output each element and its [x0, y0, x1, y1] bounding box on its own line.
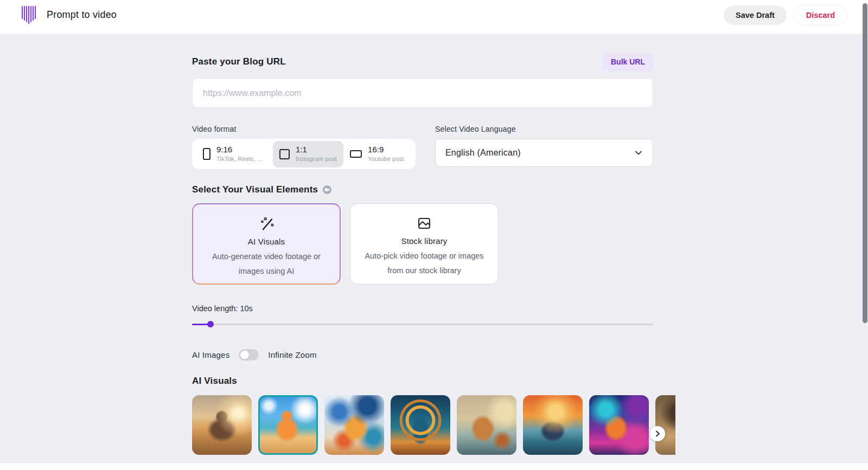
format-subtitle: Instagram post [296, 155, 337, 163]
format-subtitle: TikTok, Reels, Youtu... [216, 155, 266, 163]
style-carousel: 3D Model Anime Artstyle Abstract ... Art… [192, 395, 675, 469]
language-label: Select Video Language [435, 125, 653, 133]
style-item-art-deco: Artstyle Art Deco [391, 395, 450, 469]
blog-url-heading: Paste your Blog URL [192, 56, 286, 67]
style-thumbnail[interactable] [589, 395, 649, 455]
image-mode-row: AI Images Infinite Zoom [192, 349, 653, 360]
format-ratio: 9:16 [216, 145, 266, 155]
slider-track[interactable] [192, 324, 653, 325]
ai-visuals-heading: AI Visuals [192, 376, 653, 387]
square-frame-icon [279, 149, 290, 159]
blog-url-input[interactable] [192, 78, 653, 108]
chevron-right-icon [654, 430, 661, 437]
info-video-icon[interactable] [323, 185, 331, 194]
style-thumbnail[interactable] [523, 395, 583, 455]
page-title: Prompt to video [47, 9, 117, 21]
style-thumbnail-selected[interactable] [258, 395, 318, 455]
format-option-16-9[interactable]: 16:9 Youtube post [343, 141, 411, 168]
language-select[interactable]: English (American) [435, 139, 653, 167]
portrait-frame-icon [203, 148, 210, 160]
format-subtitle: Youtube post [368, 155, 404, 163]
stock-library-card-description: Auto-pick video footage or images from o… [359, 249, 490, 278]
style-thumbnail[interactable] [192, 395, 252, 455]
app-logo-icon [21, 5, 37, 25]
style-item-psychedelic: Artstyle Psychede... [589, 395, 649, 469]
ai-images-label: AI Images [192, 350, 229, 359]
video-format-label: Video format [192, 125, 416, 133]
next-section-edge [0, 463, 868, 470]
visual-elements-heading: Select Your Visual Elements [192, 184, 318, 195]
stock-library-card[interactable]: Stock library Auto-pick video footage or… [350, 203, 499, 285]
infinite-zoom-toggle[interactable] [239, 349, 259, 360]
toggle-knob [240, 351, 249, 359]
format-ratio: 16:9 [368, 145, 404, 155]
top-bar: Prompt to video Save Draft Discard [0, 0, 868, 35]
style-item-constructivism: Artstyle Construct... [523, 395, 583, 469]
style-item-art-nouveau: Artstyle Art Nouve... [457, 395, 516, 469]
format-option-9-16[interactable]: 9:16 TikTok, Reels, Youtu... [196, 141, 273, 168]
page-scrollbar [861, 0, 868, 470]
image-icon [350, 215, 498, 232]
visual-elements-header: Select Your Visual Elements [192, 184, 653, 195]
style-item-abstract: Artstyle Abstract ... [324, 395, 384, 469]
infinite-zoom-label: Infinite Zoom [268, 350, 316, 359]
ai-visuals-card-title: AI Visuals [193, 237, 340, 246]
video-format-selector: 9:16 TikTok, Reels, Youtu... 1:1 Instagr… [192, 139, 416, 169]
language-selected-value: English (American) [445, 148, 634, 158]
landscape-frame-icon [350, 150, 362, 158]
main-content: Paste your Blog URL Bulk URL Video forma… [0, 35, 868, 469]
ai-visuals-card[interactable]: AI Visuals Auto-generate video footage o… [192, 203, 341, 285]
video-length-label: Video length: 10s [192, 304, 653, 313]
slider-thumb[interactable] [207, 321, 214, 327]
carousel-next-button[interactable] [650, 426, 665, 441]
magic-wand-icon [193, 215, 340, 233]
blog-url-header-row: Paste your Blog URL Bulk URL [192, 53, 653, 70]
chevron-down-icon [634, 149, 643, 157]
discard-button[interactable]: Discard [794, 5, 847, 25]
ai-visuals-card-description: Auto-generate video footage or images us… [201, 249, 332, 279]
style-item-3d-model: 3D Model [192, 395, 252, 469]
bulk-url-button[interactable]: Bulk URL [603, 53, 653, 71]
style-thumbnail[interactable] [457, 395, 516, 455]
format-ratio: 1:1 [296, 145, 337, 155]
scrollbar-thumb[interactable] [863, 3, 867, 323]
style-thumbnail[interactable] [391, 395, 450, 455]
style-item-anime: Anime [258, 395, 318, 469]
format-option-1-1[interactable]: 1:1 Instagram post [273, 141, 343, 168]
video-length-slider[interactable] [192, 321, 653, 327]
save-draft-button[interactable]: Save Draft [724, 5, 787, 25]
style-thumbnail[interactable] [655, 395, 675, 455]
stock-library-card-title: Stock library [350, 236, 498, 246]
style-thumbnail[interactable] [324, 395, 384, 455]
